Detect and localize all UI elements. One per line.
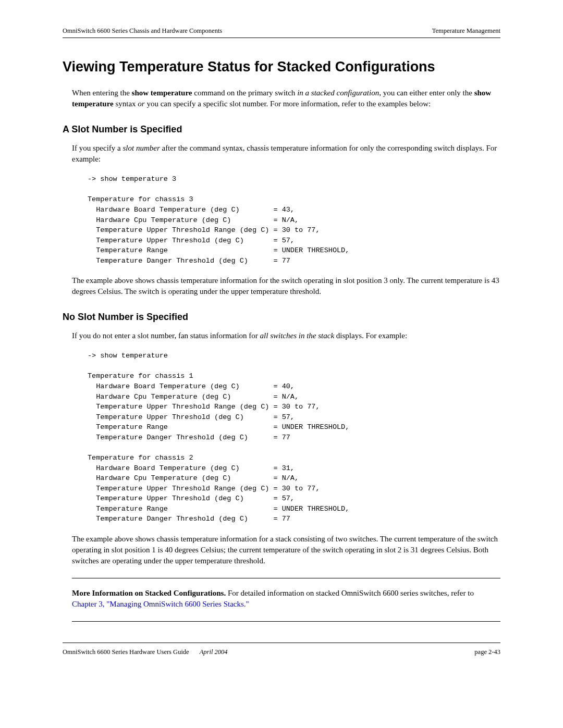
code-block-2: -> show temperature Temperature for chas… <box>88 351 500 524</box>
code-block-1: -> show temperature 3 Temperature for ch… <box>88 174 500 266</box>
text-italic: slot number <box>123 144 160 152</box>
footer-date: April 2004 <box>200 647 228 657</box>
section-rule-bottom <box>72 621 500 622</box>
text: command on the primary switch <box>192 89 298 97</box>
footer-page-number: page 2-43 <box>474 647 500 657</box>
text-bold: show temperature <box>132 89 192 97</box>
section2-after: The example above shows chassis temperat… <box>72 534 500 566</box>
text: you can specify a specific slot number. … <box>145 100 431 108</box>
section1-heading: A Slot Number is Specified <box>63 122 500 137</box>
cross-reference-link[interactable]: Chapter 3, "Managing OmniSwitch 6600 Ser… <box>72 600 249 608</box>
header-right: Temperature Management <box>432 26 500 36</box>
text: syntax <box>114 100 138 108</box>
text: , you can either enter only the <box>379 89 474 97</box>
section2-paragraph: If you do not enter a slot number, fan s… <box>72 330 500 341</box>
header-left: OmniSwitch 6600 Series Chassis and Hardw… <box>63 26 222 36</box>
footer-left: OmniSwitch 6600 Series Hardware Users Gu… <box>63 647 228 657</box>
text-italic: in a stacked configuration <box>297 89 379 97</box>
section-rule-top <box>72 578 500 578</box>
section2-heading: No Slot Number is Specified <box>63 310 500 324</box>
section1-after: The example above shows chassis temperat… <box>72 275 500 297</box>
text: When entering the <box>72 89 132 97</box>
page-footer: OmniSwitch 6600 Series Hardware Users Gu… <box>63 643 500 657</box>
section1-paragraph: If you specify a slot number after the c… <box>72 143 500 165</box>
header-rule <box>63 38 500 38</box>
footer-doc-title: OmniSwitch 6600 Series Hardware Users Gu… <box>63 647 189 657</box>
text: If you do not enter a slot number, fan s… <box>72 331 260 340</box>
text-bold: More Information on Stacked Configuratio… <box>72 589 226 597</box>
more-info-paragraph: More Information on Stacked Configuratio… <box>72 588 500 610</box>
text: displays. For example: <box>334 331 407 340</box>
text-italic: or <box>138 100 144 108</box>
page-title: Viewing Temperature Status for Stacked C… <box>63 56 500 78</box>
intro-paragraph: When entering the show temperature comma… <box>72 88 500 109</box>
text: For detailed information on stacked Omni… <box>226 589 474 597</box>
text-italic: all switches in the stack <box>260 331 334 340</box>
text: If you specify a <box>72 144 123 152</box>
page-header: OmniSwitch 6600 Series Chassis and Hardw… <box>63 26 500 36</box>
